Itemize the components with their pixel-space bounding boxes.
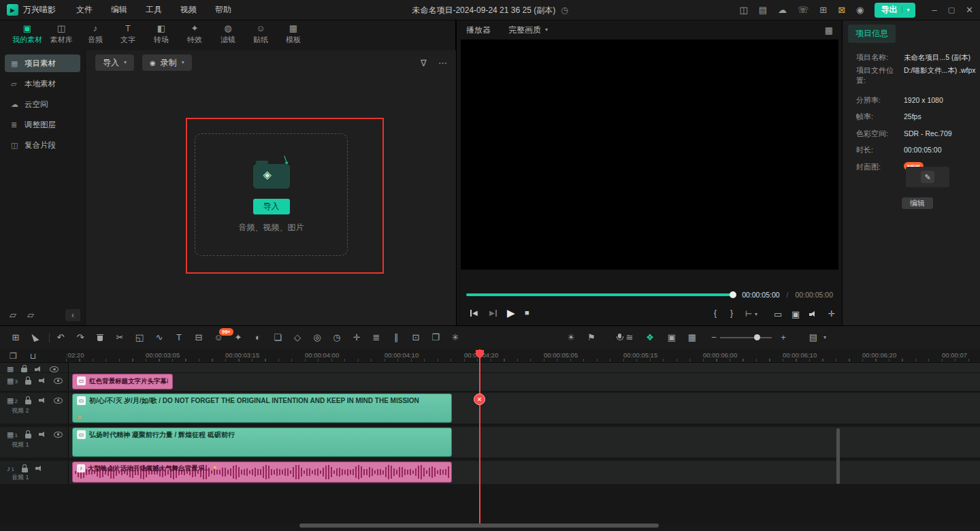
transform-icon[interactable]: ✛ [350, 332, 363, 342]
menu-file[interactable]: 文件 [76, 4, 93, 16]
cloud-sync-icon[interactable]: ☁ [778, 5, 787, 14]
snapshot-icon[interactable]: ▣ [791, 309, 800, 319]
caption-icon[interactable]: ⊟ [193, 332, 205, 342]
playhead-line[interactable] [479, 349, 480, 524]
redo-icon[interactable]: ↷ [74, 332, 86, 342]
support-icon[interactable]: ☏ [798, 5, 808, 14]
logo-icon[interactable]: ▶ [7, 4, 18, 16]
collapse-panel-button[interactable]: ‹ [65, 309, 80, 321]
sidebar-item-local-media[interactable]: ▱本地素材 [5, 75, 80, 93]
track-lane[interactable]: ♪ 大型晚会片活动开场震撼大气舞台背景乐... ✦ [68, 461, 980, 484]
audio-clip[interactable]: ♪ 大型晚会片活动开场震撼大气舞台背景乐... ✦ [72, 462, 452, 483]
mute-track-icon[interactable] [39, 398, 46, 404]
seek-bar[interactable] [466, 293, 735, 296]
workspace-icon[interactable]: ◫ [739, 5, 747, 14]
tab-stickers[interactable]: ☺贴纸 [243, 24, 278, 45]
horizontal-scrollbar[interactable] [299, 524, 659, 528]
pencil-icon[interactable]: ✎ [921, 171, 934, 183]
close-button[interactable]: ✕ [966, 5, 973, 14]
detach-audio-icon[interactable]: ∥ [390, 332, 402, 342]
vertical-scrollbar[interactable] [836, 428, 840, 484]
pip-icon[interactable]: ▦ [686, 332, 698, 342]
tab-stock-media[interactable]: ◫素材库 [44, 24, 79, 45]
track-type-icon[interactable]: ▦3 [7, 377, 18, 385]
export-button[interactable]: 导出 ▾ [875, 3, 915, 18]
tab-my-media[interactable]: ▣我的素材 [10, 24, 45, 45]
mark-in-icon[interactable]: { [714, 308, 717, 318]
group-icon[interactable]: ❐ [429, 332, 442, 342]
lock-track-icon[interactable] [25, 434, 31, 438]
track-lane[interactable] [68, 363, 980, 372]
lock-track-icon[interactable] [25, 400, 31, 404]
step-back-icon[interactable]: ◀ [470, 310, 478, 317]
history-icon[interactable]: ◷ [561, 6, 568, 14]
tab-filters[interactable]: ◍滤镜 [210, 24, 246, 45]
sidebar-item-project-media[interactable]: ▦项目素材 [5, 54, 80, 72]
tab-effects[interactable]: ✦特效 [177, 24, 212, 45]
freeze-frame-icon[interactable]: ⊡ [410, 332, 422, 342]
record-menu-button[interactable]: ◉ 录制 ▾ [142, 54, 192, 71]
zoom-slider-knob[interactable] [754, 334, 760, 340]
hide-track-icon[interactable] [54, 398, 63, 404]
chroma-key-icon[interactable]: ❏ [272, 332, 284, 342]
lock-track-icon[interactable] [21, 368, 27, 372]
marker-icon[interactable]: ⚑ [585, 332, 598, 342]
quality-dropdown[interactable]: 完整画质 ▾ [508, 25, 548, 36]
mask-icon[interactable]: ◐ [252, 332, 264, 342]
menu-video[interactable]: 视频 [180, 4, 197, 16]
fit-timeline-icon[interactable]: ▤ [807, 332, 819, 342]
play-button[interactable]: ▶ [507, 308, 515, 318]
undo-icon[interactable]: ↶ [54, 332, 67, 342]
mute-track-icon[interactable] [39, 432, 46, 438]
zoom-in-icon[interactable]: + [777, 332, 789, 342]
effects-tool-icon[interactable]: ✦ [232, 332, 244, 342]
zoom-slider[interactable] [720, 337, 772, 338]
menu-edit[interactable]: 编辑 [111, 4, 127, 16]
track-type-icon[interactable]: ▦ [7, 366, 14, 372]
user-icon[interactable]: ◉ [856, 5, 864, 14]
zoom-out-icon[interactable]: − [708, 332, 720, 342]
fullscreen-icon[interactable]: ✛ [828, 309, 835, 319]
track-lane[interactable]: ▭ 初/心/不/灭 岁/月/如/歌 / DO NOT FORGET THE OR… [68, 393, 980, 423]
sidebar-item-compound-clip[interactable]: ◫复合片段 [5, 136, 80, 154]
mute-track-icon[interactable] [39, 378, 46, 384]
select-tool-icon[interactable] [31, 332, 39, 342]
timeline-snapshot-icon[interactable]: ▣ [666, 332, 678, 342]
title-clip-3[interactable]: ▭ 红色背景标题文字片头字幕框A... [72, 374, 173, 389]
text-add-icon[interactable]: T [173, 332, 185, 342]
filter-sort-icon[interactable]: ∇ [421, 59, 427, 67]
preview-video[interactable] [461, 39, 838, 270]
mute-track-icon[interactable] [35, 366, 42, 372]
delete-folder-icon[interactable]: ▱ [27, 310, 34, 319]
player-background-icon[interactable]: ▦ [825, 26, 833, 35]
hide-track-icon[interactable] [54, 378, 63, 384]
more-options-icon[interactable]: ⋯ [438, 59, 447, 67]
project-info-tab[interactable]: 项目信息 [848, 25, 896, 43]
tab-transition[interactable]: ◧转场 [144, 24, 179, 45]
track-lane[interactable]: ▭ 红色背景标题文字片头字幕框A... [68, 373, 980, 391]
maximize-button[interactable]: ▢ [948, 6, 955, 14]
seek-knob[interactable] [730, 291, 736, 298]
timeline-ruler[interactable]: ❐ ⊔ :02:20 00:00:03:05 00:00:03:15 00:00… [0, 349, 980, 363]
render-preview-icon[interactable]: ☀ [565, 332, 577, 342]
hide-track-icon[interactable] [50, 366, 59, 372]
hide-track-icon[interactable] [54, 432, 63, 438]
speed-icon[interactable]: ∿ [153, 332, 165, 342]
keyframe-icon[interactable]: ◇ [291, 332, 304, 342]
snap-magnet-icon[interactable]: ⊔ [30, 352, 36, 360]
lock-track-icon[interactable] [22, 468, 28, 472]
delete-icon[interactable] [97, 334, 103, 342]
timeline-view-caret-icon[interactable]: ▾ [823, 335, 826, 340]
tab-audio[interactable]: ♪音频 [78, 24, 113, 45]
motion-track-icon[interactable]: ◎ [311, 332, 323, 342]
auto-keyframe-icon[interactable]: ❖ [644, 332, 656, 342]
cart-icon[interactable]: ⊠ [838, 5, 845, 14]
track-type-icon[interactable]: ▦1 [7, 431, 18, 438]
display-mode-icon[interactable]: ▭ [774, 309, 782, 319]
text-clip-video1[interactable]: ▭ 弘扬时代精神 凝聚前行力量 / 辉煌征程 砥砺前行 [72, 428, 452, 457]
adjust-icon[interactable]: ≣ [370, 332, 382, 342]
menu-tools[interactable]: 工具 [146, 4, 162, 16]
step-forward-icon[interactable]: ▶ [489, 310, 497, 317]
clip-cut-badge[interactable]: ✕ [474, 393, 485, 405]
crop-icon[interactable]: ◱ [133, 332, 146, 342]
